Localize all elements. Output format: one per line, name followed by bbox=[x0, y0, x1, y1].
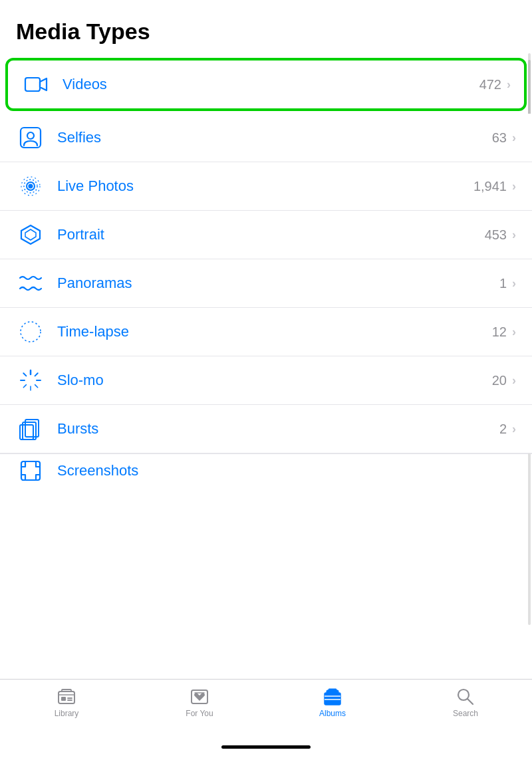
svg-rect-20 bbox=[21, 461, 40, 480]
tab-albums[interactable]: Albums bbox=[266, 688, 399, 718]
item-label: Panoramas bbox=[57, 275, 499, 292]
svg-line-10 bbox=[35, 373, 38, 376]
list-item[interactable]: Selfies 63 › bbox=[0, 114, 532, 162]
item-count: 12 bbox=[492, 324, 507, 340]
selfie-icon bbox=[16, 123, 45, 152]
item-count: 20 bbox=[492, 373, 507, 388]
list-item[interactable]: Bursts 2 › bbox=[0, 405, 532, 453]
tab-label: Library bbox=[55, 709, 79, 718]
chevron-icon: › bbox=[512, 422, 516, 436]
svg-rect-21 bbox=[59, 692, 74, 703]
chevron-icon: › bbox=[507, 78, 511, 92]
svg-line-15 bbox=[35, 385, 38, 388]
timelapse-icon bbox=[16, 317, 45, 346]
video-icon bbox=[21, 70, 51, 99]
svg-rect-27 bbox=[325, 693, 340, 705]
tab-label: Albums bbox=[319, 709, 346, 718]
media-list: Videos 472 › Selfies 63 › bbox=[0, 58, 532, 453]
item-label: Live Photos bbox=[57, 178, 473, 195]
screenshot-icon bbox=[16, 456, 45, 485]
list-item[interactable]: Live Photos 1,941 › bbox=[0, 162, 532, 211]
svg-point-33 bbox=[458, 690, 469, 700]
svg-point-7 bbox=[29, 185, 33, 188]
tab-bar: Library For You bbox=[0, 679, 532, 745]
list-item[interactable]: Portrait 453 › bbox=[0, 211, 532, 259]
list-item[interactable]: Videos 472 › bbox=[5, 58, 527, 111]
for-you-tab-icon bbox=[189, 688, 210, 706]
list-item[interactable]: Time-lapse 12 › bbox=[0, 308, 532, 356]
home-indicator bbox=[221, 745, 311, 749]
tab-for-you[interactable]: For You bbox=[133, 688, 266, 718]
item-count: 472 bbox=[479, 77, 501, 92]
live-photo-icon bbox=[16, 172, 45, 201]
chevron-icon: › bbox=[512, 374, 516, 388]
library-tab-icon bbox=[56, 688, 77, 706]
svg-rect-32 bbox=[329, 689, 336, 691]
svg-rect-0 bbox=[25, 78, 40, 91]
tab-label: For You bbox=[186, 709, 213, 718]
slomo-icon bbox=[16, 366, 45, 395]
svg-rect-22 bbox=[61, 697, 66, 701]
page-title: Media Types bbox=[0, 0, 532, 55]
search-tab-icon bbox=[455, 688, 476, 706]
content-area: Media Types Videos 472 › bbox=[0, 0, 532, 679]
item-label: Time-lapse bbox=[57, 323, 492, 340]
page-container: Media Types Videos 472 › bbox=[0, 0, 532, 758]
panorama-icon bbox=[16, 269, 45, 298]
item-label: Portrait bbox=[57, 226, 485, 243]
item-count: 453 bbox=[485, 227, 507, 243]
tab-library[interactable]: Library bbox=[0, 688, 133, 718]
list-item[interactable]: Panoramas 1 › bbox=[0, 259, 532, 308]
chevron-icon: › bbox=[512, 131, 516, 145]
partial-list-item[interactable]: Screenshots bbox=[0, 453, 532, 487]
chevron-icon: › bbox=[512, 228, 516, 242]
svg-point-8 bbox=[21, 322, 41, 342]
chevron-icon: › bbox=[512, 325, 516, 339]
item-count: 1,941 bbox=[473, 179, 507, 194]
chevron-icon: › bbox=[512, 277, 516, 291]
albums-tab-icon bbox=[322, 688, 343, 706]
item-count: 1 bbox=[499, 276, 507, 291]
chevron-icon: › bbox=[512, 180, 516, 193]
svg-line-34 bbox=[468, 699, 473, 705]
list-item[interactable]: Slo-mo 20 › bbox=[0, 356, 532, 405]
portrait-icon bbox=[16, 220, 45, 249]
item-count: 63 bbox=[492, 130, 507, 146]
svg-point-3 bbox=[27, 132, 34, 139]
svg-line-13 bbox=[23, 373, 26, 376]
item-label: Selfies bbox=[57, 129, 492, 146]
item-label: Slo-mo bbox=[57, 372, 492, 389]
item-label: Screenshots bbox=[57, 462, 516, 479]
svg-marker-1 bbox=[40, 78, 47, 90]
svg-line-16 bbox=[23, 385, 26, 388]
item-label: Bursts bbox=[57, 420, 499, 438]
tab-label: Search bbox=[453, 709, 478, 718]
item-count: 2 bbox=[499, 422, 507, 437]
item-label: Videos bbox=[63, 76, 479, 93]
bursts-icon bbox=[16, 414, 45, 443]
tab-search[interactable]: Search bbox=[399, 688, 532, 718]
